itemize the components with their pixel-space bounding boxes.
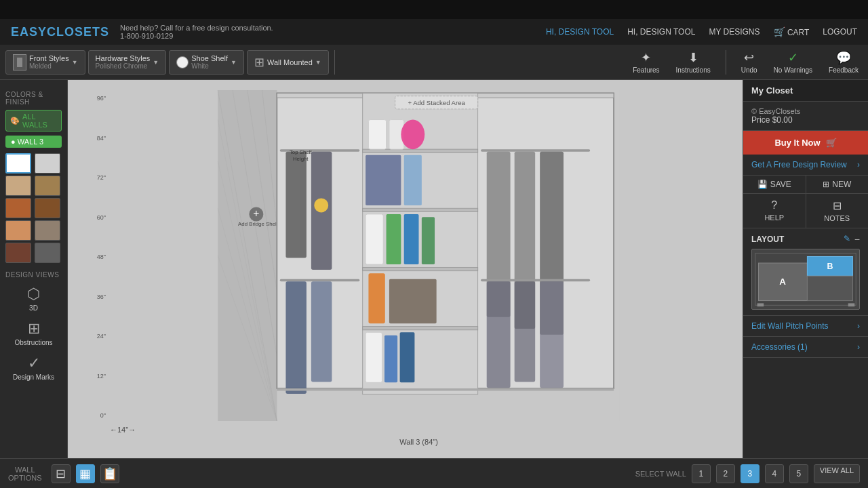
svg-rect-48 <box>540 281 564 388</box>
edit-wall-pitch-row[interactable]: Edit Wall Pitch Points › <box>743 316 868 337</box>
header-help: Need help? Call for a free design consul… <box>120 24 273 40</box>
color-dark-brown[interactable] <box>35 198 60 218</box>
shoe-shelf-chevron: ▼ <box>231 59 237 66</box>
color-grid <box>5 153 62 263</box>
toolbar: Front Styles Melded ▼ Hardware Styles Po… <box>0 45 868 80</box>
notes-icon-bottom: 📋 <box>102 466 117 481</box>
svg-rect-16 <box>285 152 307 258</box>
color-reddish[interactable] <box>5 243 31 263</box>
svg-rect-24 <box>368 120 386 150</box>
svg-rect-60 <box>757 303 764 306</box>
new-icon: ⊞ <box>823 180 829 189</box>
hardware-chevron: ▼ <box>153 59 159 66</box>
svg-text:B: B <box>827 262 833 271</box>
measurement-14: ←14"→ <box>110 426 136 434</box>
wall-3-btn[interactable]: 3 <box>741 464 760 483</box>
design-review-btn[interactable]: Get A Free Design Review › <box>743 155 868 176</box>
wall-1-btn[interactable]: 1 <box>692 464 711 483</box>
ruler: 96" 84" 72" 60" 48" 36" 24" 12" 0" <box>87 95 106 419</box>
instructions-btn[interactable]: ⬇ Instructions <box>672 49 715 75</box>
shoe-shelf-btn[interactable]: Shoe Shelf White ▼ <box>169 50 244 75</box>
design-views-label: DESIGN VIEWS <box>5 271 62 279</box>
undo-btn[interactable]: ↩ Undo <box>737 49 762 75</box>
color-orange-brown[interactable] <box>5 198 31 218</box>
save-btn[interactable]: 💾 SAVE <box>743 176 806 193</box>
view-all-btn[interactable]: VIEW ALL <box>814 464 860 483</box>
edit-icon[interactable]: ✎ <box>844 234 850 245</box>
chevron-right-icon-2: › <box>857 321 860 331</box>
feedback-btn[interactable]: 💬 Feedback <box>825 49 863 75</box>
svg-rect-46 <box>487 281 511 388</box>
svg-rect-38 <box>366 332 382 382</box>
my-closet-header: My Closet <box>743 80 868 102</box>
cart-link[interactable]: 🛒 CART <box>774 26 810 37</box>
svg-text:Add Bridge Shelf: Add Bridge Shelf <box>238 221 279 227</box>
new-btn[interactable]: ⊞ NEW <box>806 176 869 193</box>
svg-rect-47 <box>515 281 536 382</box>
chevron-right-icon-3: › <box>857 342 860 352</box>
svg-rect-33 <box>404 214 419 264</box>
svg-rect-61 <box>848 303 855 306</box>
buy-now-btn[interactable]: Buy It Now 🛒 <box>743 131 868 155</box>
color-white[interactable] <box>5 153 31 174</box>
svg-rect-21 <box>311 281 332 382</box>
all-walls-btn[interactable]: 🎨 ALL WALLS <box>5 110 62 131</box>
app-logo: EASYCLOSETS <box>11 25 109 39</box>
front-styles-btn[interactable]: Front Styles Melded ▼ <box>5 50 85 75</box>
color-tan[interactable] <box>5 176 31 196</box>
color-peach[interactable] <box>5 220 31 241</box>
hi-design-link[interactable]: HI, DESIGN TOOL <box>546 27 614 37</box>
save-new-row: 💾 SAVE ⊞ NEW <box>743 176 868 194</box>
wall-5-btn[interactable]: 5 <box>789 464 808 483</box>
notes-btn[interactable]: ⊟ NOTES <box>806 194 869 228</box>
top-bar <box>0 0 868 19</box>
svg-rect-34 <box>422 217 435 264</box>
svg-rect-41 <box>481 149 590 151</box>
header-nav: HI, DESIGN TOOL HI, DESIGN TOOL MY DESIG… <box>546 26 857 37</box>
floor-icon: ⊟ <box>56 466 66 481</box>
color-gray-dark[interactable] <box>35 243 60 263</box>
wall-label: Wall 3 (84") <box>108 438 729 446</box>
hardware-styles-btn[interactable]: Hardware Styles Polished Chrome ▼ <box>88 50 167 75</box>
help-btn[interactable]: ? HELP <box>743 194 806 228</box>
layout-section: LAYOUT ✎ − A B <box>743 228 868 316</box>
svg-point-18 <box>314 198 328 212</box>
wall-view-btn[interactable]: ▦ <box>76 464 95 483</box>
wall-mounted-chevron: ▼ <box>315 59 321 66</box>
floor-view-btn[interactable]: ⊟ <box>52 464 71 483</box>
view-obstructions-btn[interactable]: ⊞ Obstructions <box>5 317 62 349</box>
header: EASYCLOSETS Need help? Call for a free d… <box>0 19 868 45</box>
accessories-row[interactable]: Accessories (1) › <box>743 337 868 358</box>
svg-rect-32 <box>387 214 401 264</box>
wall-2-btn[interactable]: 2 <box>716 464 735 483</box>
view-design-marks-btn[interactable]: ✓ Design Marks <box>5 352 62 384</box>
wall3-btn[interactable]: ● WALL 3 <box>5 136 62 148</box>
svg-rect-23 <box>363 149 478 152</box>
no-warnings-btn[interactable]: ✓ No Warnings <box>770 49 816 75</box>
wall-4-btn[interactable]: 4 <box>765 464 784 483</box>
svg-text:+ Add Stacked Area: + Add Stacked Area <box>408 99 465 106</box>
left-sidebar: COLORS & FINISH 🎨 ALL WALLS ● WALL 3 DES… <box>0 80 68 458</box>
svg-rect-35 <box>363 327 478 330</box>
canvas-area[interactable]: 96" 84" 72" 60" 48" 36" 24" 12" 0" <box>68 80 743 458</box>
color-gray-warm[interactable] <box>35 220 60 241</box>
closet-drawing: + Add Bridge Shelf <box>108 90 729 421</box>
my-designs-link[interactable]: MY DESIGNS <box>709 27 760 37</box>
svg-rect-27 <box>363 208 478 211</box>
hi-design-text[interactable]: HI, DESIGN TOOL <box>627 27 695 37</box>
front-styles-chevron: ▼ <box>72 59 78 66</box>
minus-icon[interactable]: − <box>854 234 860 245</box>
notes-view-btn[interactable]: 📋 <box>100 464 119 483</box>
svg-rect-20 <box>285 281 307 394</box>
view-3d-btn[interactable]: ⬡ 3D <box>5 283 62 314</box>
svg-rect-29 <box>404 155 422 205</box>
wall-mounted-btn[interactable]: ⊞ Wall Mounted ▼ <box>247 50 329 75</box>
color-gray-light[interactable] <box>35 153 60 174</box>
color-brown-med[interactable] <box>35 176 60 196</box>
svg-rect-45 <box>481 279 590 281</box>
wall-options-label: WALL OPTIONS <box>8 466 42 482</box>
svg-rect-37 <box>389 279 437 323</box>
logout-link[interactable]: LOGOUT <box>823 27 857 37</box>
toolbar-right: ✦ Features ⬇ Instructions ↩ Undo ✓ No Wa… <box>629 49 863 75</box>
features-btn[interactable]: ✦ Features <box>629 49 663 75</box>
